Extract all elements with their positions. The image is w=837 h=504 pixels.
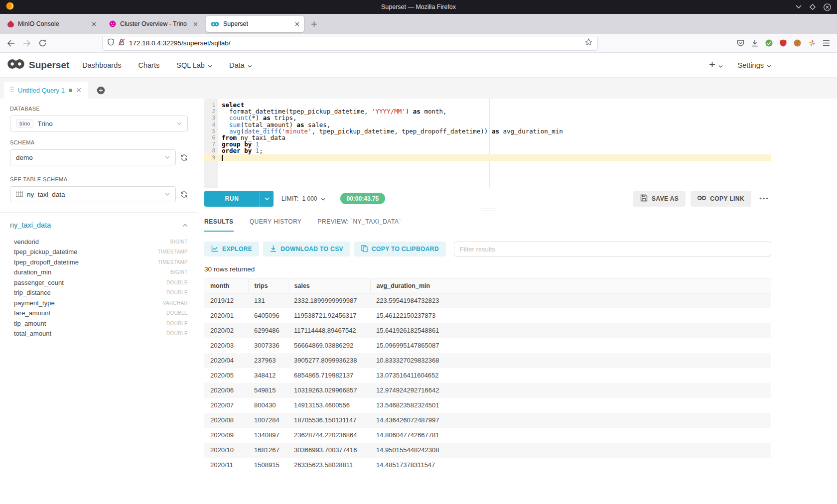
column-type: TIMESTAMP [158,259,188,265]
window-controls [796,3,831,11]
titlebar[interactable]: Superset — Mozilla Firefox [0,0,837,14]
table-select[interactable]: ny_taxi_data [10,186,176,202]
table-row[interactable]: 2020/11150891526335623.5802881114.485173… [204,458,771,469]
browser-tab-superset[interactable]: Superset [206,16,304,32]
browser-tab-minio-console[interactable]: MinIO Console [3,16,101,32]
extension-icon-pinwheel[interactable] [808,39,816,47]
link-icon [698,195,706,202]
schema-select[interactable]: demo [10,149,176,165]
menu-icon[interactable] [823,40,830,46]
database-select[interactable]: trino Trino [10,116,188,131]
new-item-button[interactable] [709,61,723,69]
superset-brand[interactable]: Superset [7,59,69,71]
column-header-month[interactable]: month [204,278,248,293]
column-name: tip_amount [14,320,46,327]
schema-value: demo [16,154,33,161]
editor-line[interactable]: 7group by 1 [204,141,771,147]
tab-preview-ny-taxi-data[interactable]: PREVIEW: `NY_TAXI_DATA` [318,213,401,232]
table-cell: 2020/03 [204,338,248,353]
nav-item-data[interactable]: Data [229,61,252,69]
forward-button[interactable] [21,38,33,49]
downloads-icon[interactable] [751,39,758,47]
filter-results-input[interactable] [454,242,771,256]
column-name: payment_type [14,299,55,307]
drag-handle-icon[interactable] [10,86,14,94]
download-csv-button[interactable]: DOWNLOAD TO CSV [263,242,350,256]
trino-icon [109,20,116,27]
table-cell: 1007284 [248,413,288,428]
browser-tab-cluster-overview-trino[interactable]: Cluster Overview - Trino [105,16,202,32]
close-tab-icon[interactable] [76,87,81,94]
table-row[interactable]: 2020/0780043014913153.460055613.54682358… [204,398,771,413]
maximize-button[interactable] [810,4,816,10]
line-number: 1 [204,102,218,108]
table-row[interactable]: 2020/042379633905277.809993623810.833327… [204,353,771,368]
run-button[interactable]: RUN [204,191,260,207]
url-bar[interactable] [102,36,598,51]
table-row[interactable]: 2020/09134089723628744.22023686414.80604… [204,428,771,443]
new-tab-button[interactable] [308,21,320,27]
explore-button[interactable]: EXPLORE [204,242,259,256]
url-input[interactable] [129,39,581,47]
code-text: order by 1; [218,147,263,154]
tab-close-icon[interactable] [295,22,299,26]
table-row[interactable]: 2020/03300733656664869.0388629215.096995… [204,338,771,353]
copy-link-button[interactable]: COPY LINK [691,191,751,207]
resize-grip-lines [481,209,495,211]
tab-results[interactable]: RESULTS [204,213,234,232]
extension-icon-green[interactable] [765,39,773,47]
table-cell: 131 [248,293,288,308]
table-row[interactable]: 2020/053484126854865.71998213713.0735164… [204,368,771,383]
tab-query-history[interactable]: QUERY HISTORY [250,213,302,232]
table-panel-title[interactable]: ny_taxi_data [10,221,51,229]
tab-close-icon[interactable] [92,22,96,26]
column-header-avg-duration-min[interactable]: avg_duration_min [370,278,771,293]
nav-item-dashboards[interactable]: Dashboards [82,61,121,69]
chevron-up-icon[interactable] [182,224,188,227]
tab-close-icon[interactable] [193,22,198,26]
save-as-button[interactable]: SAVE AS [633,191,686,207]
column-type: DOUBLE [166,290,188,295]
refresh-schemas-icon[interactable] [180,154,188,161]
editor-line[interactable]: 5 avg(date_diff('minute', tpep_pickup_da… [204,128,771,134]
editor-line[interactable]: 6from ny_taxi_data [204,134,771,141]
table-row[interactable]: 2020/08100728418705536.15013114714.43642… [204,413,771,428]
add-query-tab-button[interactable] [97,86,105,95]
limit-dropdown[interactable]: LIMIT: 1 000 [281,195,325,202]
table-row[interactable]: 2020/0654981510319263.02996685712.974924… [204,383,771,398]
query-tab[interactable]: Untitled Query 1 [4,82,88,99]
settings-menu[interactable]: Settings [738,61,771,69]
table-row[interactable]: 2020/016405096119538721.9245631715.46122… [204,308,771,323]
superset-logo-icon [7,59,25,71]
more-options-button[interactable] [756,197,771,200]
sql-editor[interactable]: 1select2 format_datetime(tpep_pickup_dat… [204,99,771,188]
table-row[interactable]: 2020/10168126730366993.70037741614.95015… [204,443,771,458]
column-type: BIGINT [170,269,188,275]
nav-item-charts[interactable]: Charts [139,61,160,69]
copy-clipboard-button[interactable]: COPY TO CLIPBOARD [354,242,446,256]
table-cell: 6299486 [248,323,288,338]
pocket-icon[interactable] [737,39,744,47]
column-row-duration-min: duration_minBIGINT [10,267,188,278]
close-button[interactable] [824,3,831,11]
minimize-button[interactable] [796,5,802,9]
run-dropdown-button[interactable] [260,191,274,207]
table-row[interactable]: 2019/121312332.1899999999987223.59541984… [204,293,771,308]
editor-line[interactable]: 8order by 1; [204,147,771,154]
nav-item-sql-lab[interactable]: SQL Lab [176,61,212,69]
chevron-down-icon [767,61,771,69]
bookmark-star-icon[interactable] [585,38,592,48]
lock-insecure-icon[interactable] [118,38,125,48]
extension-icon-shield[interactable] [780,39,787,47]
column-header-sales[interactable]: sales [288,278,370,293]
refresh-tables-icon[interactable] [180,191,188,198]
shield-icon[interactable] [108,38,114,48]
back-button[interactable] [5,38,17,49]
editor-line[interactable]: 9 [204,154,771,161]
extension-icon-cookie[interactable] [794,39,801,47]
column-header-trips[interactable]: trips [248,278,288,293]
nav-item-label: Charts [139,61,160,69]
pane-resize-handle[interactable] [204,207,771,213]
table-row[interactable]: 2020/026299486117114448.8946754215.64192… [204,323,771,338]
reload-button[interactable] [37,37,48,49]
